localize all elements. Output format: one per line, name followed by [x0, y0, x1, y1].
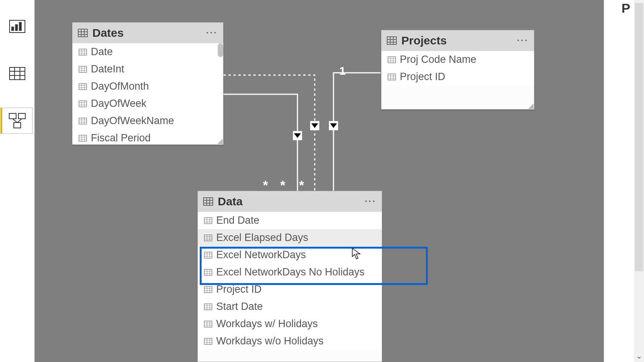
- view-rail: [0, 0, 34, 362]
- table-icon: [78, 29, 88, 37]
- field-label: DayOfMonth: [91, 80, 149, 92]
- table-menu-dates[interactable]: ···: [206, 28, 218, 38]
- field-item[interactable]: Project ID: [198, 281, 382, 298]
- field-icon: [204, 303, 212, 310]
- field-label: Fiscal Period: [91, 132, 151, 144]
- field-label: Start Date: [216, 301, 263, 313]
- table-title-projects: Projects: [401, 34, 447, 47]
- field-item[interactable]: End Date: [198, 212, 382, 229]
- svg-rect-59: [388, 74, 396, 80]
- resize-grip[interactable]: [528, 103, 534, 109]
- svg-rect-74: [204, 235, 212, 241]
- svg-rect-39: [79, 118, 87, 124]
- svg-rect-2: [15, 25, 18, 31]
- svg-rect-10: [18, 113, 25, 119]
- scrollbar-thumb[interactable]: [635, 3, 643, 271]
- field-label: DateInt: [91, 63, 124, 75]
- svg-rect-79: [204, 252, 212, 258]
- field-icon: [204, 269, 212, 276]
- svg-line-12: [13, 119, 17, 123]
- svg-rect-104: [204, 338, 212, 344]
- table-icon: [387, 36, 397, 45]
- field-icon: [79, 83, 87, 90]
- field-item[interactable]: Workdays w/o Holidays: [198, 333, 382, 350]
- table-menu-projects[interactable]: ···: [517, 36, 529, 46]
- resize-grip[interactable]: [217, 139, 223, 144]
- svg-rect-11: [14, 123, 21, 128]
- table-card-projects[interactable]: Projects ··· Proj Code Name Project ID: [381, 30, 534, 110]
- model-canvas-wrap: 1 1 1 * * * Dates ··· Date DateInt: [34, 0, 644, 362]
- field-item[interactable]: DateInt: [72, 61, 223, 78]
- svg-rect-3: [19, 22, 21, 31]
- svg-rect-84: [204, 269, 212, 275]
- field-label: Excel NetworkDays No Holidays: [216, 266, 365, 278]
- field-item[interactable]: Excel Elapsed Days: [198, 229, 382, 246]
- field-icon: [204, 217, 212, 224]
- field-label: Project ID: [400, 71, 445, 83]
- field-label: Excel Elapsed Days: [216, 232, 308, 244]
- table-header-data[interactable]: Data ···: [198, 191, 382, 212]
- table-card-data[interactable]: Data ··· End Date Excel Elapsed Days Exc…: [197, 191, 382, 362]
- field-label: DayOfWeekName: [91, 115, 174, 127]
- field-item[interactable]: DayOfWeekName: [72, 112, 223, 129]
- table-title-data: Data: [218, 195, 243, 208]
- svg-rect-1: [12, 27, 14, 31]
- right-side-panel[interactable]: P: [604, 0, 634, 362]
- field-icon: [79, 66, 87, 73]
- filter-direction-arrow-a: [293, 131, 302, 140]
- svg-rect-24: [79, 66, 87, 72]
- field-item[interactable]: Fiscal Period: [72, 129, 223, 144]
- table-scrollbar-dates[interactable]: [218, 43, 223, 57]
- table-body-projects: Proj Code Name Project ID: [381, 51, 534, 109]
- field-label: Workdays w/o Holidays: [216, 335, 324, 347]
- field-item[interactable]: Excel NetworkDays No Holidays: [198, 264, 382, 281]
- field-item[interactable]: Proj Code Name: [381, 51, 534, 68]
- svg-rect-49: [387, 37, 396, 44]
- table-icon: [203, 197, 213, 206]
- svg-rect-69: [204, 218, 212, 224]
- table-card-dates[interactable]: Dates ··· Date DateInt DayOfMonth DayOfW…: [72, 22, 223, 145]
- field-item[interactable]: DayOfWeek: [72, 95, 223, 112]
- field-item[interactable]: Start Date: [198, 298, 382, 315]
- svg-rect-29: [79, 84, 87, 90]
- field-item[interactable]: DayOfMonth: [72, 78, 223, 95]
- app-root: 1 1 1 * * * Dates ··· Date DateInt: [0, 0, 644, 362]
- svg-rect-34: [79, 101, 87, 107]
- field-icon: [79, 118, 87, 124]
- field-icon: [388, 56, 396, 63]
- field-icon: [204, 234, 212, 241]
- data-view-button[interactable]: [2, 61, 33, 87]
- table-title-dates: Dates: [92, 26, 124, 39]
- svg-rect-89: [204, 287, 212, 293]
- svg-rect-54: [388, 57, 396, 63]
- field-item[interactable]: Excel NetworkDays: [198, 246, 382, 264]
- field-label: Workdays w/ Holidays: [216, 318, 318, 330]
- svg-rect-44: [79, 135, 87, 141]
- svg-rect-64: [204, 198, 213, 205]
- model-canvas[interactable]: 1 1 1 * * * Dates ··· Date DateInt: [34, 0, 604, 362]
- filter-direction-arrow-c: [329, 121, 338, 130]
- field-item[interactable]: Date: [72, 43, 223, 61]
- svg-line-13: [17, 119, 22, 123]
- svg-rect-99: [204, 321, 212, 327]
- field-icon: [79, 100, 87, 107]
- table-menu-data[interactable]: ···: [365, 197, 376, 206]
- panel-title-partial: P: [621, 1, 630, 16]
- field-label: Project ID: [216, 283, 262, 295]
- svg-rect-9: [9, 113, 16, 119]
- report-view-button[interactable]: [2, 13, 33, 39]
- svg-rect-14: [78, 29, 87, 37]
- table-header-dates[interactable]: Dates ···: [72, 23, 223, 43]
- field-label: Proj Code Name: [400, 54, 476, 66]
- field-item[interactable]: Project ID: [381, 68, 534, 85]
- svg-rect-4: [10, 67, 25, 80]
- field-item[interactable]: Workdays w/ Holidays: [198, 315, 382, 333]
- canvas-scrollbar[interactable]: ⌄: [634, 0, 644, 362]
- filter-direction-arrow-b: [310, 121, 319, 130]
- field-label: Date: [91, 46, 113, 58]
- field-icon: [204, 338, 212, 345]
- table-header-projects[interactable]: Projects ···: [381, 30, 534, 51]
- model-view-button[interactable]: [2, 108, 33, 134]
- field-icon: [388, 74, 396, 80]
- chevron-down-icon[interactable]: ⌄: [636, 351, 642, 360]
